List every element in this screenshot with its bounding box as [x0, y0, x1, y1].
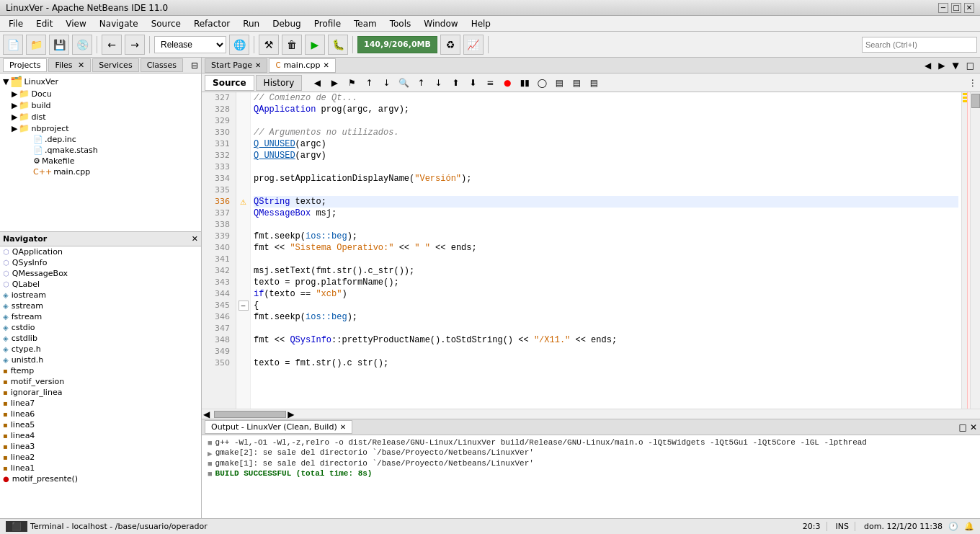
close-files-icon[interactable]: ✕: [78, 61, 84, 70]
tab-main-cpp[interactable]: C main.cpp ✕: [269, 58, 335, 73]
nav-linea3[interactable]: ▪ linea3: [0, 441, 201, 452]
back-btn[interactable]: ◀: [309, 75, 325, 91]
close-button[interactable]: ✕: [964, 3, 974, 13]
scroll-left-icon[interactable]: ◀: [202, 409, 211, 419]
graph-btn1[interactable]: ▤: [551, 75, 567, 91]
nav-qmessagebox[interactable]: ⬡ QMessageBox: [0, 268, 201, 279]
close-start-page-icon[interactable]: ✕: [255, 61, 261, 69]
nav-cstdio[interactable]: ◈ cstdio: [0, 322, 201, 333]
tree-linuxver[interactable]: ▼ 🗂️ LinuxVer: [0, 75, 201, 88]
nav-qsysinfo[interactable]: ⬡ QSysInfo: [0, 257, 201, 268]
tab-projects[interactable]: Projects: [3, 58, 47, 72]
redo-button[interactable]: →: [125, 35, 145, 55]
menu-run[interactable]: Run: [237, 17, 265, 30]
menu-source[interactable]: Source: [146, 17, 187, 30]
next-bm[interactable]: ↓: [378, 75, 394, 91]
record-btn[interactable]: ◯: [534, 75, 550, 91]
editor-settings-btn[interactable]: ⋮: [968, 78, 977, 88]
next-change[interactable]: ⬇: [465, 75, 481, 91]
tab-files[interactable]: Files ✕: [48, 58, 91, 72]
tree-docu[interactable]: ▶ 📁 Docu: [0, 88, 201, 99]
close-output-tab-icon[interactable]: ✕: [340, 423, 346, 431]
output-maximize-btn[interactable]: □: [959, 422, 967, 432]
vertical-scrollbar[interactable]: [970, 92, 980, 409]
menu-profile[interactable]: Profile: [308, 17, 347, 30]
output-close-btn[interactable]: ✕: [970, 422, 977, 432]
maximize-editor-button[interactable]: □: [963, 61, 977, 71]
stop-btn[interactable]: ●: [499, 75, 515, 91]
bottom-scrollbar[interactable]: ◀ ▶: [202, 409, 980, 419]
nav-cstdlib[interactable]: ◈ cstdlib: [0, 333, 201, 344]
source-tab[interactable]: Source: [205, 75, 254, 91]
nav-ctype[interactable]: ◈ ctype.h: [0, 344, 201, 355]
menu-file[interactable]: File: [3, 17, 29, 30]
nav-qapplication[interactable]: ⬡ QApplication: [0, 246, 201, 257]
menu-tools[interactable]: Tools: [384, 17, 417, 30]
debug-button[interactable]: 🐛: [328, 35, 348, 55]
next-tab-button[interactable]: ▶: [935, 61, 948, 71]
search-input[interactable]: [862, 37, 977, 53]
profiler-button[interactable]: 📈: [463, 35, 484, 55]
graph-btn3[interactable]: ▤: [586, 75, 602, 91]
nav-fstream[interactable]: ◈ fstream: [0, 311, 201, 322]
tree-dist[interactable]: ▶ 📁 dist: [0, 111, 201, 123]
panel-options-icon[interactable]: ⊟: [191, 61, 198, 71]
prev-bm[interactable]: ↑: [361, 75, 377, 91]
memory-gc-button[interactable]: ♻: [440, 35, 460, 55]
navigator-close-icon[interactable]: ✕: [192, 234, 198, 244]
maximize-button[interactable]: □: [951, 3, 961, 13]
notifications-icon[interactable]: 🔔: [964, 522, 974, 531]
menu-navigate[interactable]: Navigate: [94, 17, 144, 30]
tree-dep-inc[interactable]: 📄 .dep.inc: [0, 134, 201, 145]
toggle-bm[interactable]: ⚑: [344, 75, 360, 91]
pause-btn[interactable]: ▮▮: [517, 75, 533, 91]
tree-qmake-stash[interactable]: 📄 .qmake.stash: [0, 145, 201, 156]
nav-motif-version[interactable]: ▪ motif_version: [0, 376, 201, 387]
new-button[interactable]: 📄: [3, 35, 23, 55]
prev-change[interactable]: ⬆: [447, 75, 463, 91]
search-btn[interactable]: 🔍: [396, 75, 411, 91]
build-button[interactable]: ⚒: [259, 35, 279, 55]
minimize-button[interactable]: −: [938, 3, 948, 13]
graph-btn2[interactable]: ▤: [569, 75, 584, 91]
code-content[interactable]: // Comienzo de Qt... QApplication prog(a…: [251, 92, 961, 409]
nav-iostream[interactable]: ◈ iostream: [0, 290, 201, 301]
run-button[interactable]: ▶: [305, 35, 325, 55]
fold-marker[interactable]: −: [239, 301, 249, 311]
close-main-cpp-icon[interactable]: ✕: [323, 61, 329, 69]
history-tab[interactable]: History: [256, 75, 303, 91]
nav-ftemp[interactable]: ▪ ftemp: [0, 365, 201, 376]
undo-button[interactable]: ←: [102, 35, 122, 55]
menu-debug[interactable]: Debug: [267, 17, 306, 30]
menu-help[interactable]: Help: [466, 17, 496, 30]
clean-button[interactable]: 🗑: [282, 35, 302, 55]
nav-qlabel[interactable]: ⬡ QLabel: [0, 279, 201, 290]
next-err[interactable]: ↓: [430, 75, 446, 91]
prev-tab-button[interactable]: ◀: [922, 61, 934, 71]
nav-ignorar-linea[interactable]: ▪ ignorar_linea: [0, 387, 201, 398]
horizontal-scrollbar-thumb[interactable]: [214, 411, 286, 418]
nav-motif-presente[interactable]: ● motif_presente(): [0, 473, 201, 484]
menu-window[interactable]: Window: [418, 17, 463, 30]
nav-linea1[interactable]: ▪ linea1: [0, 463, 201, 473]
menu-team[interactable]: Team: [348, 17, 383, 30]
tree-makefile[interactable]: ⚙️ Makefile: [0, 156, 201, 166]
nav-linea6[interactable]: ▪ linea6: [0, 409, 201, 419]
open-button[interactable]: 📁: [26, 35, 46, 55]
save-button[interactable]: 💾: [49, 35, 69, 55]
scroll-right-icon[interactable]: ▶: [286, 409, 295, 419]
save-all-button[interactable]: 💿: [72, 35, 92, 55]
scrollbar-thumb[interactable]: [971, 94, 980, 108]
output-tab-linuxver[interactable]: Output - LinuxVer (Clean, Build) ✕: [205, 420, 352, 434]
tab-services[interactable]: Services: [92, 58, 138, 72]
prev-err[interactable]: ↑: [413, 75, 429, 91]
toggle-fold[interactable]: ≡: [482, 75, 498, 91]
tree-nbproject[interactable]: ▶ 📁 nbproject: [0, 123, 201, 134]
nav-linea4[interactable]: ▪ linea4: [0, 430, 201, 441]
menu-refactor[interactable]: Refactor: [188, 17, 236, 30]
tab-start-page[interactable]: Start Page ✕: [205, 58, 267, 73]
tree-build[interactable]: ▶ 📁 build: [0, 99, 201, 111]
tab-classes[interactable]: Classes: [141, 58, 183, 72]
tree-main-cpp[interactable]: C++ main.cpp: [0, 166, 201, 177]
globe-button[interactable]: 🌐: [229, 35, 249, 55]
